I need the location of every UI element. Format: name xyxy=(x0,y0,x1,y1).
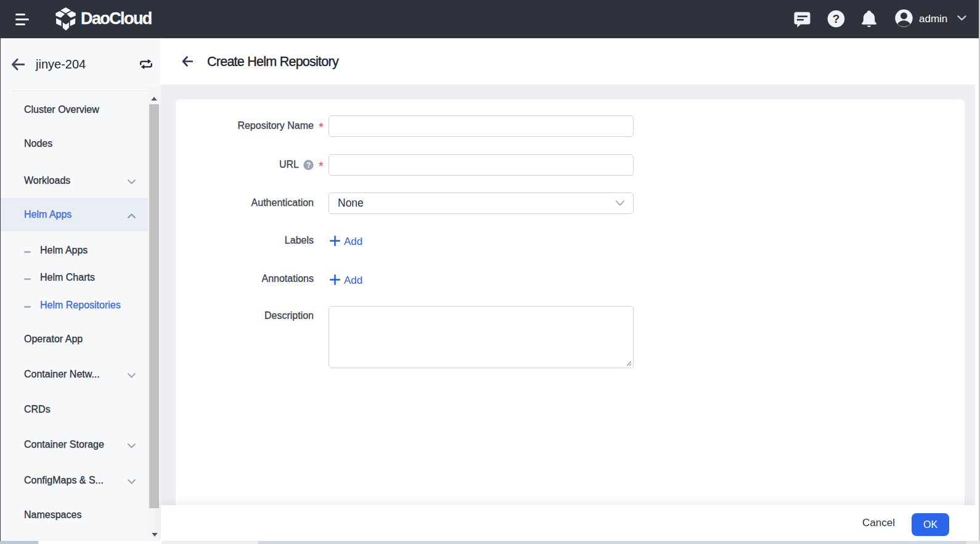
svg-text:?: ? xyxy=(306,161,311,170)
svg-text:?: ? xyxy=(833,12,840,25)
